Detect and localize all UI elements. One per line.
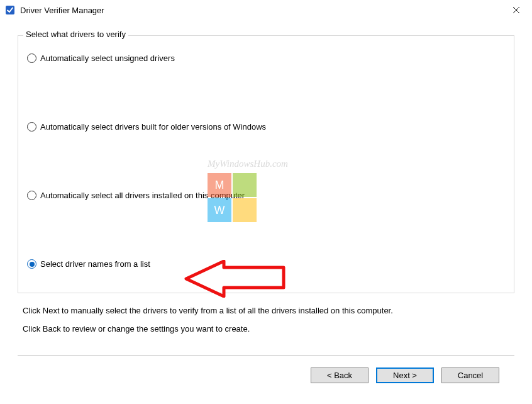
driver-select-group: Select what drivers to verify Automatica… xyxy=(18,35,514,293)
group-legend: Select what drivers to verify xyxy=(23,30,128,39)
button-row: < Back Next > Cancel xyxy=(18,356,514,383)
radio-label: Automatically select unsigned drivers xyxy=(40,53,175,63)
radio-icon xyxy=(27,191,36,200)
dialog-content: Select what drivers to verify Automatica… xyxy=(0,20,532,383)
window-title: Driver Verifier Manager xyxy=(20,6,506,15)
app-icon xyxy=(5,5,15,15)
radio-icon xyxy=(27,259,36,269)
back-button[interactable]: < Back xyxy=(311,368,369,383)
radio-label: Automatically select all drivers install… xyxy=(40,191,245,200)
radio-older-windows-drivers[interactable]: Automatically select drivers built for o… xyxy=(27,122,505,132)
radio-icon xyxy=(27,122,36,132)
help-line-1: Click Next to manually select the driver… xyxy=(23,302,509,320)
help-text: Click Next to manually select the driver… xyxy=(23,302,509,338)
radio-icon xyxy=(27,53,36,63)
radio-select-from-list[interactable]: Select driver names from a list xyxy=(27,259,505,269)
help-line-2: Click Back to review or change the setti… xyxy=(23,320,509,339)
radio-unsigned-drivers[interactable]: Automatically select unsigned drivers xyxy=(27,53,505,63)
next-button[interactable]: Next > xyxy=(376,368,434,383)
titlebar: Driver Verifier Manager xyxy=(0,0,532,20)
cancel-button[interactable]: Cancel xyxy=(441,368,499,383)
radio-label: Select driver names from a list xyxy=(40,259,150,269)
radio-all-installed-drivers[interactable]: Automatically select all drivers install… xyxy=(27,191,505,200)
close-icon xyxy=(513,6,520,14)
close-button[interactable] xyxy=(506,1,527,19)
radio-label: Automatically select drivers built for o… xyxy=(40,122,266,132)
svg-rect-0 xyxy=(6,6,14,14)
